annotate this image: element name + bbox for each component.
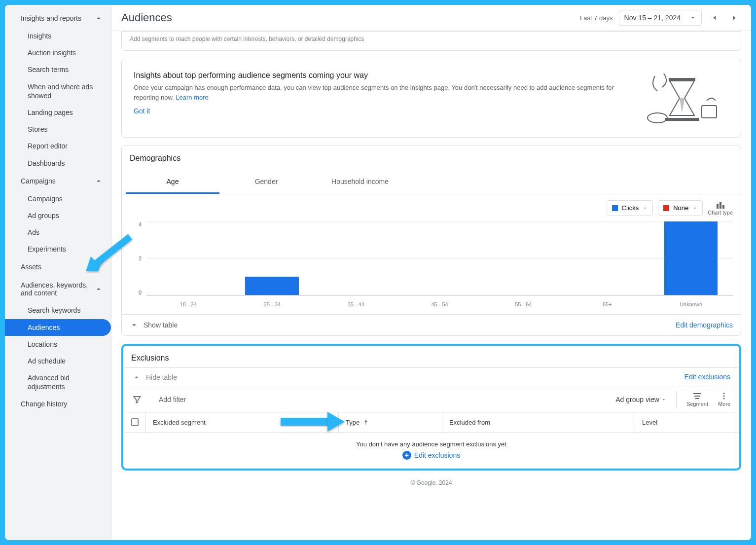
tab-gender[interactable]: Gender	[219, 171, 313, 194]
svg-rect-1	[669, 78, 695, 81]
topbar: Audiences Last 7 days Nov 15 – 21, 2024	[111, 5, 751, 31]
exclusions-empty-state: You don't have any audience segment excl…	[124, 433, 738, 468]
svg-point-12	[723, 398, 725, 400]
add-filter-button[interactable]: Add filter	[159, 396, 186, 403]
sidebar-item-experiments[interactable]: Experiments	[5, 241, 111, 257]
chevron-up-icon	[132, 373, 141, 382]
svg-point-11	[723, 396, 725, 397]
caret-down-icon	[692, 206, 697, 211]
svg-point-3	[648, 113, 667, 123]
chart-type-button[interactable]: Chart type	[708, 201, 733, 216]
tab-age[interactable]: Age	[126, 171, 219, 194]
sidebar-item-advanced-bid[interactable]: Advanced bid adjustments	[5, 369, 111, 395]
y-tick: 4	[130, 221, 142, 227]
sidebar-section-campaigns[interactable]: Campaigns	[5, 172, 111, 190]
exclusions-table-header: Excluded segment Type Excluded from Leve…	[124, 412, 738, 433]
hourglass-illustration	[645, 71, 729, 125]
x-label: 35 - 44	[314, 298, 398, 310]
bar-slot	[398, 221, 482, 295]
sidebar-section-audiences-keywords[interactable]: Audiences, keywords, and content	[5, 276, 111, 302]
sidebar-item-change-history[interactable]: Change history	[5, 396, 111, 412]
sidebar-section-label: Audiences, keywords, and content	[21, 281, 90, 297]
sidebar-section-label: Assets	[21, 263, 41, 271]
sidebar-item-auction-insights[interactable]: Auction insights	[5, 44, 111, 61]
sidebar-item-when-where[interactable]: When and where ads showed	[5, 78, 111, 104]
prev-period-button[interactable]	[708, 11, 721, 25]
next-period-button[interactable]	[727, 11, 741, 25]
metric-1-select[interactable]: Clicks	[607, 200, 653, 216]
sidebar-item-report-editor[interactable]: Report editor	[5, 138, 111, 154]
col-type[interactable]: Type	[339, 412, 442, 432]
bar-slot	[565, 221, 649, 295]
svg-rect-6	[722, 205, 724, 209]
sidebar-item-campaigns[interactable]: Campaigns	[5, 190, 111, 207]
insights-title: Insights about top performing audience s…	[134, 71, 635, 80]
sidebar-section-label: Campaigns	[21, 177, 56, 185]
tab-household-income[interactable]: Household income	[313, 171, 407, 194]
sidebar-item-audiences[interactable]: Audiences	[5, 319, 111, 336]
metric-2-select[interactable]: None	[658, 200, 703, 216]
edit-demographics-link[interactable]: Edit demographics	[676, 321, 733, 329]
col-excluded-from[interactable]: Excluded from	[442, 412, 635, 432]
exclusions-title: Exclusions	[124, 347, 738, 367]
x-label: 55 - 64	[481, 298, 565, 310]
date-range-label: Last 7 days	[580, 14, 613, 22]
caret-down-icon	[661, 397, 666, 402]
hide-table-toggle[interactable]: Hide table	[132, 373, 177, 382]
svg-rect-2	[702, 106, 717, 118]
x-label: 45 - 54	[398, 298, 482, 310]
main: Audiences Last 7 days Nov 15 – 21, 2024 …	[111, 5, 751, 540]
view-select[interactable]: Ad group view	[615, 396, 666, 403]
bar-slot	[230, 221, 314, 295]
sidebar-item-stores[interactable]: Stores	[5, 121, 111, 138]
sidebar-section-insights[interactable]: Insights and reports	[5, 9, 111, 28]
sidebar-item-ad-schedule[interactable]: Ad schedule	[5, 353, 111, 369]
bar	[245, 277, 299, 295]
svg-rect-0	[665, 118, 699, 121]
col-excluded-segment[interactable]: Excluded segment	[146, 412, 339, 432]
date-range-picker[interactable]: Nov 15 – 21, 2024	[619, 10, 702, 26]
demographics-title: Demographics	[122, 146, 741, 171]
date-range-value: Nov 15 – 21, 2024	[624, 14, 681, 22]
edit-exclusions-link[interactable]: Edit exclusions	[684, 373, 730, 382]
bar	[664, 221, 718, 295]
sidebar-item-ad-groups[interactable]: Ad groups	[5, 207, 111, 224]
sidebar-section-assets[interactable]: Assets	[5, 257, 111, 276]
more-vert-icon	[719, 392, 729, 400]
exclusions-highlight: Exclusions Hide table Edit exclusions Ad…	[121, 344, 741, 471]
chevron-right-icon	[730, 13, 739, 22]
svg-rect-8	[694, 396, 700, 397]
sidebar-item-ads[interactable]: Ads	[5, 224, 111, 241]
show-table-toggle[interactable]: Show table	[130, 321, 178, 329]
sidebar-item-dashboards[interactable]: Dashboards	[5, 155, 111, 172]
svg-rect-5	[720, 202, 721, 209]
svg-rect-7	[693, 393, 701, 394]
segments-banner: Add segments to reach people with certai…	[121, 31, 741, 51]
select-all-checkbox[interactable]	[124, 412, 146, 432]
chevron-up-icon	[94, 285, 103, 293]
segment-button[interactable]: Segment	[686, 392, 708, 407]
col-level[interactable]: Level	[635, 412, 738, 432]
caret-down-icon	[643, 206, 648, 211]
empty-message: You don't have any audience segment excl…	[132, 440, 730, 448]
sidebar-item-locations[interactable]: Locations	[5, 336, 111, 353]
edit-exclusions-inline-button[interactable]: + Edit exclusions	[402, 451, 460, 460]
y-tick: 2	[130, 255, 142, 261]
chevron-up-icon	[94, 177, 103, 185]
sidebar-item-search-terms[interactable]: Search terms	[5, 61, 111, 78]
caret-down-icon	[689, 14, 696, 21]
segment-icon	[692, 392, 702, 400]
red-swatch-icon	[663, 205, 669, 211]
got-it-button[interactable]: Got it	[134, 107, 150, 115]
sidebar-item-landing-pages[interactable]: Landing pages	[5, 104, 111, 121]
sidebar-item-search-keywords[interactable]: Search keywords	[5, 302, 111, 319]
more-button[interactable]: More	[718, 392, 730, 407]
svg-rect-4	[717, 204, 719, 209]
learn-more-link[interactable]: Learn more	[176, 94, 208, 101]
sidebar-item-insights[interactable]: Insights	[5, 28, 111, 44]
svg-point-10	[723, 393, 725, 395]
x-label: 18 - 24	[146, 298, 230, 310]
blue-swatch-icon	[612, 205, 618, 211]
demographics-card: Demographics Age Gender Household income…	[121, 145, 741, 336]
bar-slot	[649, 221, 733, 295]
